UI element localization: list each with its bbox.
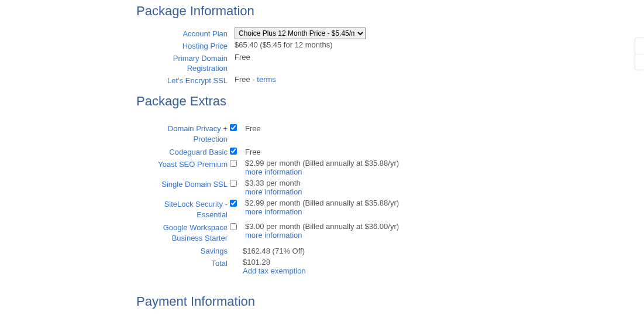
- yoast-checkbox[interactable]: [230, 160, 237, 167]
- single-ssl-more-info-link[interactable]: more information: [245, 187, 302, 196]
- primary-domain-value: Free: [230, 52, 250, 63]
- account-plan-select[interactable]: Choice Plus 12 Month Price - $5.45/mo: [235, 28, 366, 39]
- single-ssl-checkbox[interactable]: [230, 180, 237, 187]
- gworkspace-label: Google Workspace Business Starter: [136, 222, 230, 243]
- side-widget[interactable]: [635, 37, 644, 70]
- hosting-price-value: $65.40 ($5.45 for 12 months): [230, 39, 333, 50]
- total-label: Total: [136, 258, 230, 269]
- account-plan-label: Account Plan: [136, 27, 230, 39]
- domain-privacy-label: Domain Privacy + Protection: [136, 123, 230, 144]
- ssl-value: Free - terms: [230, 74, 276, 85]
- package-extras-heading: Package Extras: [136, 94, 468, 109]
- ssl-dash: -: [250, 75, 257, 84]
- primary-domain-label: Primary Domain Registration: [136, 52, 230, 74]
- domain-privacy-checkbox[interactable]: [230, 124, 237, 131]
- payment-information-heading: Payment Information: [136, 294, 468, 309]
- domain-privacy-price: Free: [243, 123, 261, 134]
- codeguard-price: Free: [243, 146, 261, 158]
- sitelock-label: SiteLock Security - Essential: [136, 199, 230, 220]
- yoast-more-info-link[interactable]: more information: [245, 167, 399, 176]
- gworkspace-more-info-link[interactable]: more information: [245, 231, 399, 240]
- tax-exemption-link[interactable]: Add tax exemption: [243, 266, 306, 275]
- gworkspace-checkbox[interactable]: [230, 223, 237, 230]
- ssl-terms-link[interactable]: terms: [257, 75, 276, 84]
- single-ssl-price: $3.33 per month: [245, 179, 301, 187]
- codeguard-label: Codeguard Basic: [136, 146, 230, 158]
- sitelock-price: $2.99 per month (Billed annually at $35.…: [245, 199, 399, 207]
- single-ssl-label: Single Domain SSL: [136, 179, 230, 190]
- savings-value: $162.48 (71% Off): [243, 245, 305, 257]
- gworkspace-price: $3.00 per month (Billed annually at $36.…: [245, 222, 399, 231]
- ssl-free-text: Free: [235, 75, 250, 84]
- sitelock-checkbox[interactable]: [230, 200, 237, 207]
- savings-label: Savings: [136, 245, 230, 257]
- codeguard-checkbox[interactable]: [230, 148, 237, 155]
- hosting-price-label: Hosting Price: [136, 39, 230, 52]
- sitelock-more-info-link[interactable]: more information: [245, 207, 399, 216]
- yoast-label: Yoast SEO Premium: [136, 159, 230, 170]
- total-value: $101.28: [243, 258, 270, 266]
- ssl-label: Let's Encrypt SSL: [136, 74, 230, 86]
- package-information-heading: Package Information: [136, 4, 468, 19]
- yoast-price: $2.99 per month (Billed annually at $35.…: [245, 159, 399, 167]
